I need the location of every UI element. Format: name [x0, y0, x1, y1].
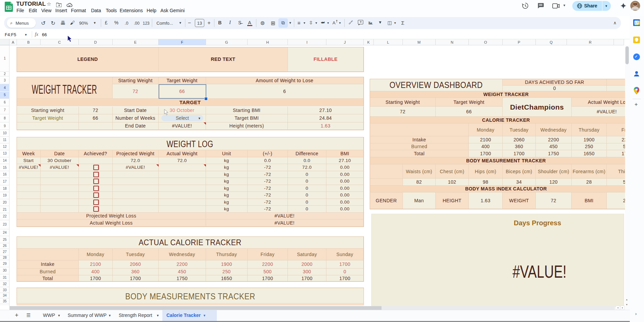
svg-text:17: 17 — [635, 21, 638, 24]
